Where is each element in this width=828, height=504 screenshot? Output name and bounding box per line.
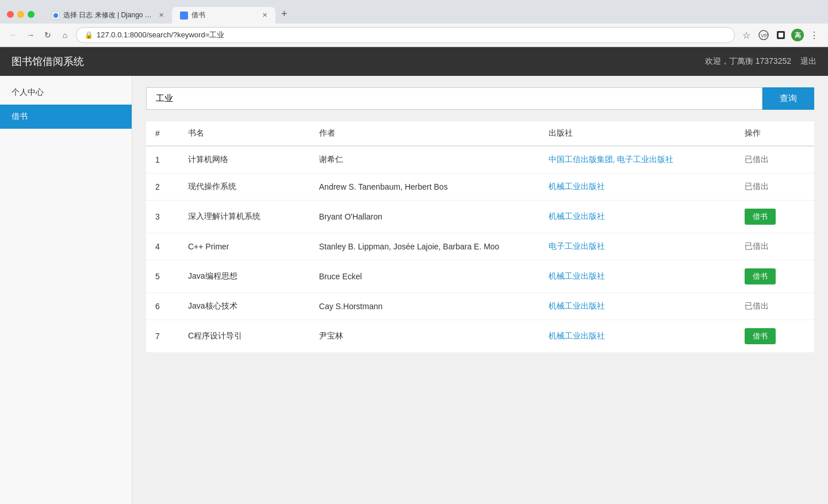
home-btn[interactable]: ⌂ [59,29,71,41]
search-button[interactable]: 查询 [762,87,814,110]
borrow-btn-7[interactable]: 借书 [745,328,776,344]
back-btn[interactable]: ← [7,29,20,41]
cell-action-6: 已借出 [735,293,814,320]
sidebar-borrow-label: 借书 [12,111,28,121]
sidebar: 个人中心 借书 [0,76,132,504]
tab-close-1[interactable]: ✕ [159,11,164,19]
sidebar-item-borrow[interactable]: 借书 [0,105,132,129]
cell-author-4: Stanley B. Lippman, Josée Lajoie, Barbar… [310,233,539,260]
tab-label-1: 选择 日志 来修改 | Django 站点... [63,10,155,20]
results-table: # 书名 作者 出版社 操作 1 计算机网络 谢希仁 中国工信出版集团, 电子工… [146,121,814,353]
header-author: 作者 [310,121,539,146]
sidebar-item-personal[interactable]: 个人中心 [0,80,132,105]
publisher-link-2[interactable]: 机械工业出版社 [549,182,605,191]
tab-favicon-1 [52,11,60,20]
browser-addressbar: ← → ↻ ⌂ 🔒 127.0.0.1:8000/search/?keyword… [0,24,828,47]
cell-publisher-6: 机械工业出版社 [539,293,736,320]
reload-btn[interactable]: ↻ [41,29,54,41]
publisher-link-3[interactable]: 机械工业出版社 [549,211,605,221]
tab-label-2: 借书 [191,10,205,20]
cell-num-4: 4 [146,233,179,260]
close-window-btn[interactable] [7,11,14,18]
borrowed-status-6: 已借出 [745,301,769,310]
cell-title-5: Java编程思想 [179,260,310,293]
table-row: 4 C++ Primer Stanley B. Lippman, Josée L… [146,233,814,260]
borrow-btn-3[interactable]: 借书 [745,209,776,225]
cell-author-6: Cay S.Horstmann [310,293,539,320]
publisher-link-5[interactable]: 机械工业出版社 [549,271,605,280]
cell-publisher-2: 机械工业出版社 [539,174,736,201]
cell-num-2: 2 [146,174,179,201]
browser-chrome: 选择 日志 来修改 | Django 站点... ✕ 借书 ✕ + ← → ↻ … [0,0,828,47]
forward-btn[interactable]: → [24,29,37,41]
table-row: 3 深入理解计算机系统 Bryant O'Hallaron 机械工业出版社 借书 [146,201,814,233]
new-tab-btn[interactable]: + [275,5,293,24]
maximize-window-btn[interactable] [28,11,34,18]
welcome-text: 欢迎，丁萬衡 17373252 [705,56,791,67]
cell-action-4: 已借出 [735,233,814,260]
publisher-link-6[interactable]: 机械工业出版社 [549,301,605,310]
cell-publisher-4: 电子工业出版社 [539,233,736,260]
svg-text:VP: VP [761,33,768,39]
cell-title-3: 深入理解计算机系统 [179,201,310,233]
publisher-link-4[interactable]: 电子工业出版社 [549,241,605,251]
cell-title-7: C程序设计导引 [179,320,310,353]
security-icon: 🔒 [85,31,93,39]
extension-btn-2[interactable] [774,28,788,42]
address-bar[interactable]: 🔒 127.0.0.1:8000/search/?keyword=工业 [76,27,735,43]
cell-author-5: Bruce Eckel [310,260,539,293]
borrowed-status-2: 已借出 [745,182,769,191]
sidebar-personal-label: 个人中心 [12,87,44,97]
cell-title-1: 计算机网络 [179,146,310,174]
table-row: 5 Java编程思想 Bruce Eckel 机械工业出版社 借书 [146,260,814,293]
svg-rect-5 [779,33,783,37]
cell-author-3: Bryant O'Hallaron [310,201,539,233]
table-row: 2 现代操作系统 Andrew S. Tanenbaum, Herbert Bo… [146,174,814,201]
svg-point-1 [182,13,186,18]
header-num: # [146,121,179,146]
cell-num-1: 1 [146,146,179,174]
tab-favicon-2 [180,11,188,20]
cell-num-5: 5 [146,260,179,293]
search-input[interactable] [146,87,762,110]
window-controls [7,11,34,18]
cell-author-2: Andrew S. Tanenbaum, Herbert Bos [310,174,539,201]
browser-tab-2[interactable]: 借书 ✕ [172,7,275,24]
browser-action-buttons: ☆ VP 高 ⋮ [739,28,821,42]
borrow-btn-5[interactable]: 借书 [745,268,776,284]
browser-tab-1[interactable]: 选择 日志 来修改 | Django 站点... ✕ [44,7,172,24]
borrowed-status-1: 已借出 [745,155,769,164]
cell-action-7: 借书 [735,320,814,353]
bookmark-btn[interactable]: ☆ [739,28,753,42]
cell-action-3: 借书 [735,201,814,233]
cell-title-2: 现代操作系统 [179,174,310,201]
table-row: 6 Java核心技术 Cay S.Horstmann 机械工业出版社 已借出 [146,293,814,320]
svg-point-0 [53,13,58,18]
publisher-link-7[interactable]: 机械工业出版社 [549,331,605,340]
app-title: 图书馆借阅系统 [12,55,84,68]
header-title: 书名 [179,121,310,146]
publisher-link-1[interactable]: 中国工信出版集团, 电子工业出版社 [549,155,674,164]
menu-btn[interactable]: ⋮ [807,28,821,42]
logout-btn[interactable]: 退出 [800,56,816,67]
cell-num-3: 3 [146,201,179,233]
cell-publisher-1: 中国工信出版集团, 电子工业出版社 [539,146,736,174]
search-bar: 查询 [146,87,814,110]
header-publisher: 出版社 [539,121,736,146]
cell-action-1: 已借出 [735,146,814,174]
user-avatar[interactable]: 高 [791,29,804,41]
cell-author-7: 尹宝林 [310,320,539,353]
cell-num-7: 7 [146,320,179,353]
extension-btn-1[interactable]: VP [757,28,770,42]
table-header-row: # 书名 作者 出版社 操作 [146,121,814,146]
app-header: 图书馆借阅系统 欢迎，丁萬衡 17373252 退出 [0,47,828,76]
main-content: 查询 # 书名 作者 出版社 操作 1 计算机网络 谢希仁 中国工信出版集团, … [132,76,828,504]
app-body: 个人中心 借书 查询 # 书名 作者 出版社 操作 1 [0,76,828,504]
cell-publisher-7: 机械工业出版社 [539,320,736,353]
minimize-window-btn[interactable] [17,11,24,18]
cell-author-1: 谢希仁 [310,146,539,174]
tab-close-2[interactable]: ✕ [262,11,267,19]
borrowed-status-4: 已借出 [745,241,769,251]
cell-title-4: C++ Primer [179,233,310,260]
cell-title-6: Java核心技术 [179,293,310,320]
